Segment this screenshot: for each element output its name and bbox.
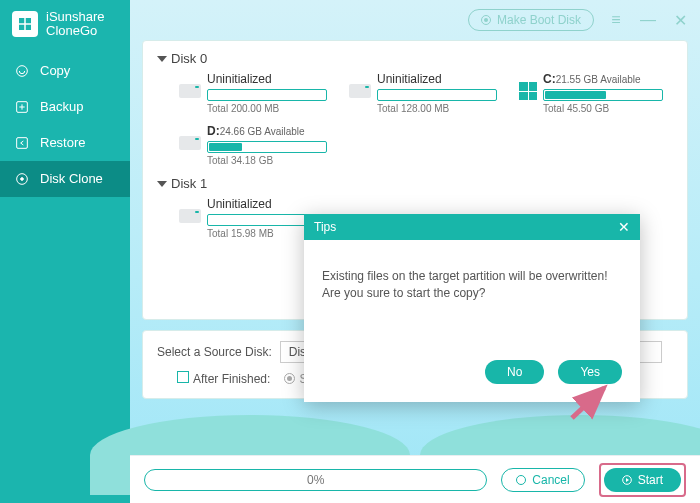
restore-icon: [14, 135, 30, 151]
drive-icon: [349, 84, 371, 98]
cancel-label: Cancel: [532, 473, 569, 487]
windows-icon: [519, 82, 537, 100]
titlebar: Make Boot Disk ≡ — ✕: [130, 0, 700, 40]
app-window: iSunshare CloneGo Copy Backup Restore Di…: [0, 0, 700, 503]
dialog-close-icon[interactable]: ✕: [618, 219, 630, 235]
nav-copy[interactable]: Copy: [0, 53, 130, 89]
nav-restore[interactable]: Restore: [0, 125, 130, 161]
make-boot-label: Make Boot Disk: [497, 13, 581, 27]
partition-label: D:24.66 GB Available: [207, 124, 329, 138]
dialog-title: Tips: [314, 220, 336, 234]
cancel-icon: [516, 475, 526, 485]
logo-icon: [12, 11, 38, 37]
disk0-partitions: Uninitialized Total 200.00 MB Uninitiali…: [157, 72, 673, 166]
nav-label: Backup: [40, 99, 83, 114]
minimize-icon[interactable]: —: [638, 10, 658, 30]
dialog-titlebar: Tips ✕: [304, 214, 640, 240]
partition-label: Uninitialized: [377, 72, 499, 86]
source-label: Select a Source Disk:: [157, 345, 272, 359]
brand-line1: iSunshare: [46, 10, 105, 24]
start-label: Start: [638, 473, 663, 487]
partition-total: Total 45.50 GB: [543, 103, 669, 114]
partition-label: Uninitialized: [207, 197, 329, 211]
logo: iSunshare CloneGo: [0, 0, 130, 53]
tips-dialog: Tips ✕ Existing files on the target part…: [304, 214, 640, 402]
usage-bar: [207, 89, 327, 101]
close-icon[interactable]: ✕: [670, 10, 690, 30]
cancel-button[interactable]: Cancel: [501, 468, 584, 492]
partition-label: C:21.55 GB Available: [543, 72, 669, 86]
svg-point-4: [21, 177, 24, 180]
chevron-down-icon: [157, 56, 167, 62]
make-boot-disk-button[interactable]: Make Boot Disk: [468, 9, 594, 31]
usage-bar: [377, 89, 497, 101]
partition-d[interactable]: D:24.66 GB Available Total 34.18 GB: [179, 124, 329, 166]
copy-icon: [14, 63, 30, 79]
usage-bar: [543, 89, 663, 101]
nav-label: Disk Clone: [40, 171, 103, 186]
dot-icon: [481, 15, 491, 25]
partition[interactable]: Uninitialized Total 128.00 MB: [349, 72, 499, 114]
drive-icon: [179, 84, 201, 98]
menu-icon[interactable]: ≡: [606, 10, 626, 30]
brand-text: iSunshare CloneGo: [46, 10, 105, 39]
partition-c[interactable]: C:21.55 GB Available Total 45.50 GB: [519, 72, 669, 114]
disk1-title: Disk 1: [171, 176, 207, 191]
usage-bar: [207, 141, 327, 153]
checkbox-icon: [177, 371, 189, 383]
sidebar: iSunshare CloneGo Copy Backup Restore Di…: [0, 0, 130, 503]
footer: 0% Cancel Start: [130, 455, 700, 503]
svg-point-0: [17, 65, 28, 76]
start-highlight: Start: [599, 463, 686, 497]
play-icon: [622, 475, 632, 485]
partition-label: Uninitialized: [207, 72, 329, 86]
nav-label: Copy: [40, 63, 70, 78]
backup-icon: [14, 99, 30, 115]
after-finished[interactable]: After Finished:: [157, 371, 270, 386]
drive-icon: [179, 136, 201, 150]
svg-rect-2: [17, 137, 28, 148]
start-button[interactable]: Start: [604, 468, 681, 492]
partition-total: Total 200.00 MB: [207, 103, 329, 114]
nav-disk-clone[interactable]: Disk Clone: [0, 161, 130, 197]
disk0-title: Disk 0: [171, 51, 207, 66]
drive-icon: [179, 209, 201, 223]
disk0-header[interactable]: Disk 0: [157, 49, 673, 72]
no-button[interactable]: No: [485, 360, 544, 384]
nav-label: Restore: [40, 135, 86, 150]
disk1-header[interactable]: Disk 1: [157, 174, 673, 197]
progress-bar: 0%: [144, 469, 487, 491]
disk-clone-icon: [14, 171, 30, 187]
brand-line2: CloneGo: [46, 24, 105, 38]
dialog-body: Existing files on the target partition w…: [304, 240, 640, 360]
nav-backup[interactable]: Backup: [0, 89, 130, 125]
radio-icon: [284, 373, 295, 384]
dialog-footer: No Yes: [304, 360, 640, 402]
partition-total: Total 34.18 GB: [207, 155, 329, 166]
partition-total: Total 128.00 MB: [377, 103, 499, 114]
yes-button[interactable]: Yes: [558, 360, 622, 384]
chevron-down-icon: [157, 181, 167, 187]
partition[interactable]: Uninitialized Total 200.00 MB: [179, 72, 329, 114]
